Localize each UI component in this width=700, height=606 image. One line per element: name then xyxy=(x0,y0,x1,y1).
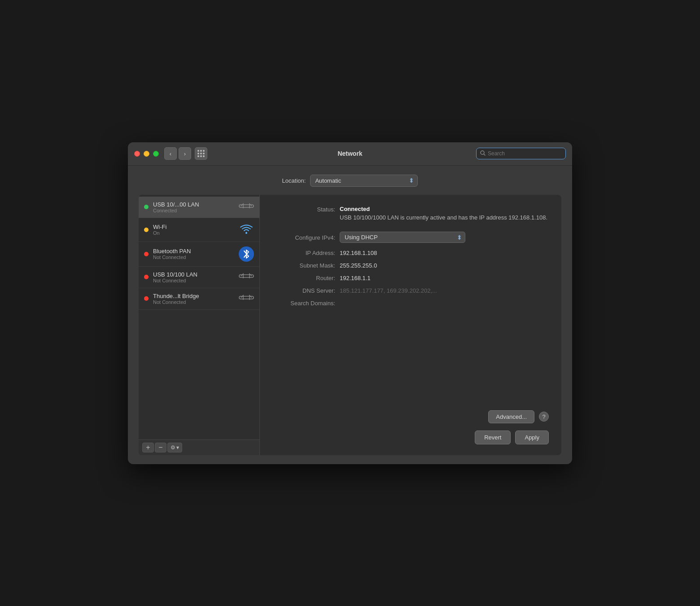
sidebar-item-bluetooth[interactable]: Bluetooth PAN Not Connected xyxy=(139,242,259,267)
forward-icon: › xyxy=(184,150,186,157)
sidebar-item-wifi[interactable]: Wi-Fi On xyxy=(139,218,259,242)
network-status: Not Connected xyxy=(153,299,234,305)
svg-point-0 xyxy=(481,151,484,154)
network-window: ‹ › Network xyxy=(128,142,572,464)
location-bar: Location: Automatic Home Work ⬍ xyxy=(139,175,561,187)
detail-section: Status: Connected USB 10/100/1000 LAN is… xyxy=(272,206,549,410)
dns-server-label: DNS Server: xyxy=(272,287,335,294)
router-row: Router: 192.168.1.1 xyxy=(272,274,549,281)
window-title: Network xyxy=(337,150,362,157)
ip-address-label: IP Address: xyxy=(272,249,335,256)
dns-server-value: 185.121.177.177, 169.239.202.202,... xyxy=(340,287,549,294)
minimize-button[interactable] xyxy=(144,151,149,157)
location-label: Location: xyxy=(282,177,306,184)
sidebar-item-usb1000[interactable]: USB 10/...00 LAN Connected xyxy=(139,197,259,218)
status-dot-red xyxy=(144,275,149,279)
close-button[interactable] xyxy=(134,151,140,157)
status-block: Connected USB 10/100/1000 LAN is current… xyxy=(340,206,547,222)
status-dot-red xyxy=(144,296,149,301)
grid-icon xyxy=(197,150,205,157)
network-name: Thunde...lt Bridge xyxy=(153,293,234,299)
gear-icon: ⚙ xyxy=(171,444,175,451)
apply-button[interactable]: Apply xyxy=(515,430,549,444)
network-info: USB 10/...00 LAN Connected xyxy=(153,201,234,213)
remove-network-button[interactable]: − xyxy=(155,443,166,452)
network-status: On xyxy=(153,230,234,236)
network-info: Wi-Fi On xyxy=(153,224,234,236)
lan-icon xyxy=(239,293,254,305)
ip-address-value: 192.168.1.108 xyxy=(340,250,549,256)
search-box[interactable] xyxy=(476,148,566,159)
add-network-button[interactable]: + xyxy=(142,443,154,452)
network-name: Wi-Fi xyxy=(153,224,234,230)
dns-server-row: DNS Server: 185.121.177.177, 169.239.202… xyxy=(272,287,549,294)
detail-footer: Advanced... ? Revert Apply xyxy=(272,410,549,444)
grid-button[interactable] xyxy=(195,147,207,160)
status-value: Connected xyxy=(340,206,547,212)
search-domains-row: Search Domains: xyxy=(272,299,549,307)
advanced-row: Advanced... ? xyxy=(272,410,549,423)
svg-line-1 xyxy=(484,154,486,156)
configure-ipv4-label: Configure IPv4: xyxy=(272,234,335,241)
search-input[interactable] xyxy=(488,150,562,157)
action-row: Revert Apply xyxy=(272,430,549,444)
sidebar: USB 10/...00 LAN Connected xyxy=(139,195,260,455)
network-name: Bluetooth PAN xyxy=(153,248,234,255)
search-domains-label: Search Domains: xyxy=(272,299,335,307)
network-info: Bluetooth PAN Not Connected xyxy=(153,248,234,260)
help-button[interactable]: ? xyxy=(539,412,549,422)
lan-icon xyxy=(239,201,254,213)
ipv4-select-wrapper: Using DHCP Manually Off ⬍ xyxy=(340,232,465,243)
main-content: Location: Automatic Home Work ⬍ xyxy=(128,166,572,464)
network-name: USB 10/...00 LAN xyxy=(153,201,234,208)
nav-buttons: ‹ › xyxy=(164,147,207,160)
subnet-mask-value: 255.255.255.0 xyxy=(340,262,549,269)
ip-address-row: IP Address: 192.168.1.108 xyxy=(272,249,549,256)
forward-button[interactable]: › xyxy=(179,147,191,160)
router-value: 192.168.1.1 xyxy=(340,275,549,281)
detail-panel: Status: Connected USB 10/100/1000 LAN is… xyxy=(260,195,561,455)
sidebar-item-usb100[interactable]: USB 10/100 LAN Not Connected xyxy=(139,267,259,288)
status-description: USB 10/100/1000 LAN is currently active … xyxy=(340,213,547,222)
network-status: Not Connected xyxy=(153,255,234,260)
status-dot-yellow xyxy=(144,228,149,232)
traffic-lights xyxy=(134,151,159,157)
wifi-icon xyxy=(239,223,254,237)
revert-button[interactable]: Revert xyxy=(475,430,511,444)
dropdown-arrow-icon: ▾ xyxy=(176,444,179,451)
subnet-mask-row: Subnet Mask: 255.255.255.0 xyxy=(272,262,549,269)
status-row: Status: Connected USB 10/100/1000 LAN is… xyxy=(272,206,549,222)
maximize-button[interactable] xyxy=(153,151,159,157)
configure-ipv4-select[interactable]: Using DHCP Manually Off xyxy=(340,232,465,243)
status-label: Status: xyxy=(272,206,335,213)
network-name: USB 10/100 LAN xyxy=(153,271,234,278)
svg-point-3 xyxy=(245,232,247,234)
back-button[interactable]: ‹ xyxy=(164,147,177,160)
location-select[interactable]: Automatic Home Work xyxy=(310,175,418,187)
sidebar-item-thunderbolt[interactable]: Thunde...lt Bridge Not Connected xyxy=(139,288,259,310)
sidebar-toolbar: + − ⚙ ▾ xyxy=(139,439,259,455)
router-label: Router: xyxy=(272,274,335,281)
network-info: USB 10/100 LAN Not Connected xyxy=(153,271,234,283)
location-select-wrapper: Automatic Home Work ⬍ xyxy=(310,175,418,187)
subnet-mask-label: Subnet Mask: xyxy=(272,262,335,269)
settings-button[interactable]: ⚙ ▾ xyxy=(167,443,182,452)
lan-icon xyxy=(239,271,254,283)
search-icon xyxy=(480,150,486,157)
network-list: USB 10/...00 LAN Connected xyxy=(139,195,259,439)
back-icon: ‹ xyxy=(170,150,171,157)
status-dot-red xyxy=(144,252,149,256)
main-panel: USB 10/...00 LAN Connected xyxy=(139,195,561,455)
titlebar: ‹ › Network xyxy=(128,142,572,166)
advanced-button[interactable]: Advanced... xyxy=(488,410,534,423)
network-info: Thunde...lt Bridge Not Connected xyxy=(153,293,234,305)
bluetooth-icon xyxy=(239,246,254,262)
status-dot-green xyxy=(144,205,149,209)
configure-ipv4-row: Configure IPv4: Using DHCP Manually Off … xyxy=(272,232,549,243)
network-status: Not Connected xyxy=(153,278,234,283)
network-status: Connected xyxy=(153,208,234,213)
